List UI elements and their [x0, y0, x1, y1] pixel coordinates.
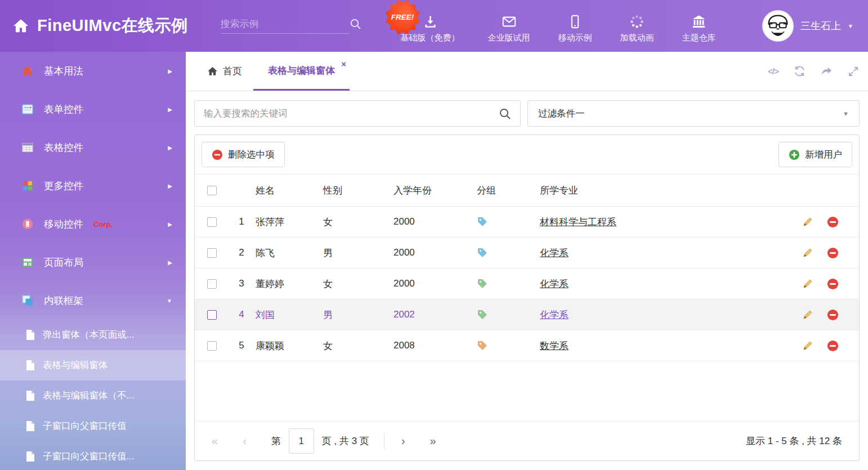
grid-panel: 删除选中项 新增用户 姓名 性别 — [194, 135, 860, 461]
add-user-button[interactable]: 新增用户 — [778, 142, 852, 167]
search-icon[interactable] — [499, 108, 511, 120]
row-major: 化学系 — [540, 308, 786, 321]
edit-icon[interactable] — [802, 340, 813, 351]
sidebar-item-more-controls[interactable]: 更多控件 ▶ — [0, 167, 186, 205]
spinner-icon — [629, 14, 645, 29]
sidebar-subitem-child-to-parent[interactable]: 子窗口向父窗口传值 — [0, 411, 186, 441]
layout-icon — [20, 256, 35, 269]
refresh-icon[interactable] — [794, 65, 806, 77]
code-icon[interactable]: </> — [768, 66, 778, 76]
page-content: 过滤条件一 ▼ 删除选中项 — [186, 91, 868, 470]
sidebar: 基本用法 ▶ 表单控件 ▶ 表格控件 ▶ 更多 — [0, 52, 186, 470]
major-link[interactable]: 化学系 — [540, 248, 569, 258]
delete-icon[interactable] — [827, 278, 839, 290]
plus-circle-icon — [789, 149, 800, 160]
delete-selected-button[interactable]: 删除选中项 — [202, 142, 285, 167]
sidebar-item-label: 移动控件 — [44, 217, 83, 231]
home-icon — [20, 64, 35, 78]
nav-loading-animation[interactable]: 加载动画 — [620, 14, 654, 43]
sidebar-subitem-grid-edit-window[interactable]: 表格与编辑窗体 — [0, 350, 186, 381]
select-all-checkbox[interactable] — [207, 186, 217, 195]
nav-theme-store[interactable]: 主题仓库 — [682, 14, 716, 43]
keyword-search-input[interactable] — [204, 108, 499, 119]
row-checkbox[interactable] — [207, 310, 217, 320]
user-menu[interactable]: 三生石上 ▼ — [762, 10, 868, 42]
delete-icon[interactable] — [827, 309, 839, 321]
edit-icon[interactable] — [802, 309, 813, 320]
nav-enterprise-trial[interactable]: 企业版试用 — [488, 14, 530, 43]
nav-label: 基础版（免费） — [401, 33, 460, 43]
sidebar-subitem-label: 弹出窗体（本页面或... — [43, 329, 134, 341]
table-row[interactable]: 3 董婷婷 女 2000 化学系 — [195, 268, 859, 299]
expand-icon[interactable] — [848, 66, 859, 77]
filter-dropdown[interactable]: 过滤条件一 ▼ — [527, 100, 860, 127]
row-major: 化学系 — [540, 247, 786, 259]
edit-icon[interactable] — [802, 247, 813, 258]
delete-icon[interactable] — [827, 340, 839, 352]
sidebar-item-grid-controls[interactable]: 表格控件 ▶ — [0, 128, 186, 167]
prev-page-button[interactable]: ‹ — [243, 435, 247, 447]
sidebar-item-page-layout[interactable]: 页面布局 ▶ — [0, 243, 186, 281]
delete-icon[interactable] — [827, 247, 839, 259]
first-page-button[interactable]: « — [212, 435, 218, 447]
row-name: 陈飞 — [256, 247, 323, 259]
avatar[interactable] — [762, 10, 794, 42]
home-icon — [207, 66, 218, 77]
table-row[interactable]: 1 张萍萍 女 2000 材料科学与工程系 — [195, 207, 859, 238]
sidebar-subitem-label: 表格与编辑窗体 — [43, 359, 108, 371]
nav-mobile-demo[interactable]: 移动示例 — [558, 14, 592, 43]
header-search-input[interactable] — [221, 19, 345, 30]
row-group — [477, 247, 540, 258]
mobile-icon — [567, 14, 583, 29]
sidebar-item-basic-usage[interactable]: 基本用法 ▶ — [0, 52, 186, 90]
share-icon[interactable] — [821, 65, 833, 77]
row-index: 5 — [227, 340, 256, 351]
sidebar-item-label: 表单控件 — [44, 102, 83, 116]
row-year: 2008 — [393, 340, 477, 351]
sidebar-item-label: 页面布局 — [44, 256, 83, 269]
corp-badge: Corp. — [93, 220, 113, 229]
nav-basic-edition[interactable]: 基础版（免费） — [401, 14, 460, 43]
major-link[interactable]: 化学系 — [540, 310, 569, 320]
phone-icon — [20, 217, 35, 231]
search-icon[interactable] — [350, 18, 361, 30]
row-checkbox[interactable] — [207, 248, 217, 258]
sidebar-subitem-child-to-parent-2[interactable]: 子窗口向父窗口传值... — [0, 441, 186, 470]
tab-bar: 首页 表格与编辑窗体 × </> — [186, 52, 868, 91]
major-link[interactable]: 材料科学与工程系 — [540, 217, 616, 227]
close-icon[interactable]: × — [341, 59, 346, 69]
next-page-button[interactable]: › — [401, 435, 405, 447]
tag-icon — [477, 216, 488, 227]
nav-label: 主题仓库 — [682, 33, 716, 43]
row-checkbox[interactable] — [207, 217, 217, 227]
brand[interactable]: FineUIMvc在线示例 — [0, 15, 188, 37]
grid-toolbar: 删除选中项 新增用户 — [195, 135, 859, 174]
sidebar-item-mobile-controls[interactable]: 移动控件 Corp. ▶ — [0, 205, 186, 243]
table-row[interactable]: 4 刘国 男 2002 化学系 — [195, 299, 859, 330]
table-row[interactable]: 2 陈飞 男 2000 化学系 — [195, 238, 859, 268]
edit-icon[interactable] — [802, 216, 813, 227]
major-link[interactable]: 数学系 — [540, 341, 569, 351]
major-link[interactable]: 化学系 — [540, 279, 569, 289]
row-major: 数学系 — [540, 339, 786, 352]
row-checkbox[interactable] — [207, 279, 217, 289]
row-year: 2000 — [393, 247, 477, 258]
delete-icon[interactable] — [827, 216, 839, 228]
nav-label: 移动示例 — [558, 33, 592, 43]
row-checkbox[interactable] — [207, 341, 217, 351]
row-name: 刘国 — [256, 308, 323, 321]
edit-icon[interactable] — [802, 278, 813, 289]
sidebar-subitem-popup-window[interactable]: 弹出窗体（本页面或... — [0, 320, 186, 350]
sidebar-item-iframe[interactable]: 内联框架 ▼ — [0, 281, 186, 320]
table-row[interactable]: 5 康颖颖 女 2008 数学系 — [195, 330, 859, 361]
page-number-input[interactable] — [289, 428, 314, 454]
last-page-button[interactable]: » — [430, 435, 436, 447]
page-suffix: 页 , 共 3 页 — [322, 435, 369, 447]
row-name: 康颖颖 — [256, 339, 323, 352]
col-major: 所学专业 — [540, 184, 786, 197]
sidebar-subitem-grid-edit-window-2[interactable]: 表格与编辑窗体（不... — [0, 381, 186, 411]
tab-home[interactable]: 首页 — [196, 52, 253, 91]
sidebar-item-form-controls[interactable]: 表单控件 ▶ — [0, 90, 186, 128]
tab-grid-edit-window[interactable]: 表格与编辑窗体 × — [253, 52, 350, 91]
row-name: 董婷婷 — [256, 277, 323, 290]
